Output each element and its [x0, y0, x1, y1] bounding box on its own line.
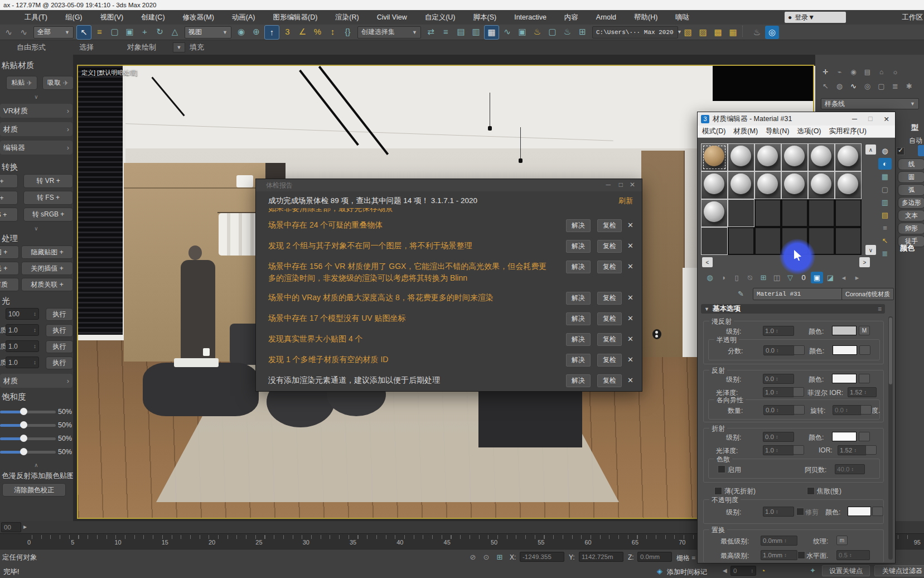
- toolbar-icon[interactable]: [742, 26, 748, 37]
- collapse-chevron-icon[interactable]: ∨: [0, 225, 72, 232]
- command-panel-tab-icon[interactable]: ◉: [847, 67, 860, 77]
- x-coordinate-field[interactable]: -1249.355: [520, 552, 564, 562]
- menu-item[interactable]: 创建(C): [132, 10, 173, 25]
- anisotropy-rotation-map-button[interactable]: [860, 405, 872, 415]
- solve-button[interactable]: 解决: [566, 240, 591, 253]
- material-editor-menu-item[interactable]: 模式(D): [702, 127, 725, 136]
- spinner-arrows-icon[interactable]: ↕: [776, 434, 778, 440]
- spinner-arrows-icon[interactable]: ↕: [851, 466, 854, 472]
- create-category-icon[interactable]: ✱: [903, 80, 916, 91]
- process-button[interactable]: 关闭插值 +: [21, 262, 73, 275]
- material-tool-icon[interactable]: ▸: [851, 272, 863, 283]
- material-name-dropdown[interactable]: Material #31▼: [753, 288, 849, 300]
- refraction-level-spinner[interactable]: 0.0↕: [763, 432, 794, 442]
- toolbar-icon[interactable]: ▨: [696, 26, 710, 39]
- command-panel-tab-icon[interactable]: ⌂: [875, 67, 888, 77]
- reflection-color-swatch[interactable]: [832, 374, 857, 383]
- recheck-button[interactable]: 复检: [597, 312, 622, 325]
- material-type-button[interactable]: Corona传统材质: [841, 288, 894, 300]
- toolbar-icon[interactable]: ◉: [234, 25, 248, 38]
- menu-item[interactable]: 嘀哒: [666, 10, 698, 25]
- toolbar-icon[interactable]: ▦: [726, 26, 740, 39]
- create-category-icon[interactable]: ◍: [833, 80, 846, 91]
- toolbar-icon[interactable]: ∿: [500, 25, 514, 38]
- toolbar-icon[interactable]: ♨: [530, 25, 544, 38]
- slot-tool-icon[interactable]: ↖: [878, 235, 892, 247]
- spline-type-dropdown[interactable]: 样条线▼: [821, 98, 919, 109]
- convert-button[interactable]: 转 VR +: [23, 174, 73, 188]
- slots-scroll-right[interactable]: >: [859, 257, 870, 267]
- toolbar-icon[interactable]: ⇄: [424, 25, 438, 38]
- convert-button[interactable]: 转 FS +: [23, 191, 73, 205]
- spinner-arrows-icon[interactable]: ↕: [33, 311, 36, 317]
- toolbar-icon[interactable]: ↻: [153, 25, 167, 38]
- rollout-basic-options[interactable]: ▼ 基本选项 ≡: [701, 304, 885, 314]
- refraction-color-swatch[interactable]: [832, 432, 857, 441]
- spinner-arrows-icon[interactable]: ↕: [751, 568, 754, 574]
- slots-scroll-down[interactable]: ∨: [865, 245, 876, 255]
- shape-button[interactable]: 多边形: [898, 197, 924, 209]
- rollout-bar[interactable]: 材质›: [0, 122, 72, 136]
- dismiss-icon[interactable]: ✕: [627, 219, 636, 231]
- ribbon-expand-icon[interactable]: ▼: [173, 42, 185, 52]
- partial-blue-button[interactable]: [918, 145, 924, 156]
- minimize-icon[interactable]: ─: [846, 115, 863, 123]
- execute-button[interactable]: 执行: [46, 357, 73, 369]
- toolbar-icon[interactable]: ≡: [93, 25, 107, 38]
- fresnel-ior-spinner[interactable]: 1.52↕: [848, 387, 877, 397]
- sample-slot[interactable]: [808, 171, 835, 199]
- toolbar-icon[interactable]: ▢: [108, 25, 122, 38]
- solve-button[interactable]: 解决: [566, 333, 591, 346]
- toolbar-icon[interactable]: ≡: [439, 25, 453, 38]
- slot-tool-icon[interactable]: ▤: [878, 209, 892, 221]
- sample-slot[interactable]: [835, 199, 862, 227]
- create-category-icon[interactable]: ▢: [875, 80, 888, 91]
- diffuse-level-spinner[interactable]: 1.0↕: [763, 326, 794, 336]
- sample-slot[interactable]: [728, 143, 754, 171]
- menu-item[interactable]: Arnold: [587, 10, 625, 25]
- sample-slot[interactable]: [781, 143, 808, 171]
- menu-item[interactable]: 工具(T): [16, 10, 56, 25]
- collapse-chevron-icon[interactable]: ∧: [0, 462, 72, 468]
- spinner-arrows-icon[interactable]: ↕: [33, 327, 36, 333]
- material-editor-titlebar[interactable]: 3 材质编辑器 - Material #31 ─ □ ✕: [698, 112, 895, 126]
- translucency-fraction-spinner[interactable]: 0.0↕: [763, 345, 795, 355]
- sample-slot[interactable]: [835, 171, 862, 199]
- project-path-dropdown[interactable]: C:\Users\··· Max 2020▼: [592, 26, 678, 38]
- material-tool-icon[interactable]: ◑: [717, 272, 729, 283]
- sample-slot[interactable]: [754, 199, 781, 227]
- process-left-button[interactable]: 材质: [0, 278, 19, 291]
- slot-tool-icon[interactable]: ◍: [878, 145, 892, 157]
- translucency-color-swatch[interactable]: [833, 345, 857, 355]
- close-icon[interactable]: ✕: [878, 115, 895, 123]
- shape-button[interactable]: 圆: [898, 171, 924, 183]
- toolbar-icon[interactable]: ▧: [681, 26, 695, 39]
- menu-item[interactable]: 内容: [555, 10, 587, 25]
- material-tool-icon[interactable]: ▣: [811, 272, 823, 283]
- toolbar-icon[interactable]: ∿: [17, 26, 31, 39]
- toolbar-icon[interactable]: ♨: [750, 26, 764, 39]
- recheck-button[interactable]: 复检: [597, 292, 622, 305]
- sample-slot[interactable]: [754, 143, 781, 171]
- recheck-button[interactable]: 复检: [597, 219, 622, 232]
- execute-button[interactable]: 执行: [46, 324, 73, 337]
- displacement-max-spinner[interactable]: 1.0mm↕: [761, 550, 797, 560]
- ribbon-tab[interactable]: 选择: [62, 42, 110, 52]
- process-button[interactable]: 隐藏贴图 +: [21, 245, 73, 259]
- collapse-chevron-icon[interactable]: ∨: [0, 94, 72, 100]
- time-slider-value[interactable]: 00: [1, 522, 21, 532]
- set-key-button[interactable]: 设置关键点: [822, 565, 870, 576]
- rollout-scrollbar[interactable]: [888, 316, 893, 560]
- spinner-arrows-icon[interactable]: ↕: [776, 447, 778, 453]
- dismiss-icon[interactable]: ✕: [627, 261, 636, 272]
- spinner-arrows-icon[interactable]: ↕: [33, 359, 36, 365]
- sample-slot[interactable]: [835, 143, 862, 171]
- shape-button[interactable]: 线: [898, 158, 924, 170]
- toolbar-icon[interactable]: ♨: [560, 25, 574, 38]
- set-key-icon[interactable]: ✦: [810, 566, 816, 575]
- toolbar-icon[interactable]: ∿: [2, 26, 16, 39]
- recheck-button[interactable]: 复检: [597, 374, 622, 387]
- toolbar-icon[interactable]: ▦: [484, 25, 499, 40]
- refraction-gloss-map-button[interactable]: [793, 445, 804, 455]
- start-new-shape-checkbox[interactable]: ✓: [897, 147, 904, 155]
